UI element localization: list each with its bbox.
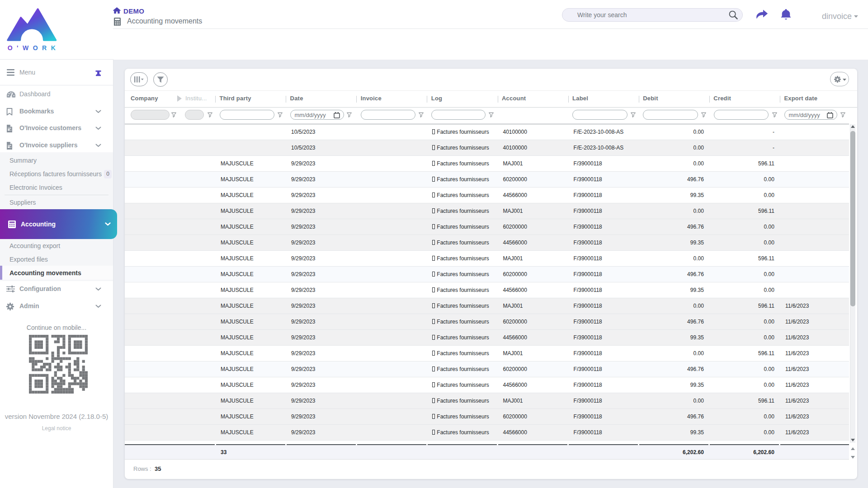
svg-text:O'WORK: O'WORK bbox=[8, 44, 59, 52]
